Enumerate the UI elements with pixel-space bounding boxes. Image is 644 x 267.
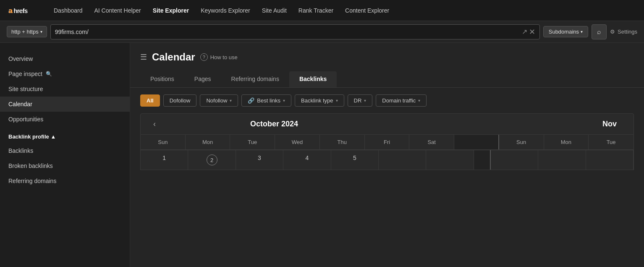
date-cell-nov-3 [586, 150, 634, 170]
tabs-row: Positions Pages Referring domains Backli… [130, 63, 644, 88]
sidebar-item-label: Overview [8, 55, 33, 62]
sidebar-item-label: Page inspect [8, 71, 42, 77]
sidebar-item-referring-domains[interactable]: Referring domains [0, 173, 130, 188]
url-input[interactable] [55, 29, 520, 35]
filter-dofollow-label: Dofollow [170, 97, 191, 104]
date-cell-1[interactable]: 1 [141, 150, 188, 170]
protocol-select[interactable]: http + https ▾ [7, 26, 47, 37]
day-sat-1: Sat [409, 135, 454, 149]
subdomains-chevron-icon: ▾ [581, 29, 583, 34]
next-month-title: Nov [388, 120, 625, 128]
sidebar-item-label: Opportunities [8, 116, 43, 123]
date-cell-2[interactable]: 2 [188, 150, 236, 170]
external-link-icon[interactable]: ↗ [522, 28, 527, 36]
day-mon-2: Mon [544, 135, 589, 149]
filter-domain-traffic-label: Domain traffic [382, 97, 416, 104]
best-links-dropdown-icon: ▾ [283, 98, 285, 103]
date-cell-5[interactable]: 5 [331, 150, 379, 170]
sidebar-item-backlinks[interactable]: Backlinks [0, 143, 130, 158]
day-thu-1: Thu [320, 135, 365, 149]
sidebar-item-calendar[interactable]: Calendar [0, 97, 130, 112]
nofollow-dropdown-icon: ▾ [230, 98, 232, 103]
how-to-use-button[interactable]: ? How to use [200, 53, 238, 61]
filter-best-links-button[interactable]: 🔗 Best links ▾ [241, 94, 291, 107]
date-cell-nov-1 [491, 150, 538, 170]
protocol-label: http + https [11, 29, 39, 35]
settings-label: Settings [618, 29, 637, 35]
filter-all-button[interactable]: All [140, 94, 160, 107]
tab-pages[interactable]: Pages [184, 71, 221, 87]
subdomains-label: Subdomains [549, 29, 579, 35]
filter-nofollow-label: Nofollow [206, 97, 227, 104]
sidebar-item-site-structure[interactable]: Site structure [0, 81, 130, 97]
date-cell-empty-2 [426, 150, 474, 170]
top-nav: a hrefs a hrefs Dashboard AI Content Hel… [0, 0, 644, 21]
date-cell-empty-1 [379, 150, 426, 170]
clear-url-icon[interactable]: ✕ [529, 27, 535, 37]
svg-text:hrefs: hrefs [14, 8, 28, 14]
tab-referring-domains[interactable]: Referring domains [221, 71, 289, 87]
nav-ai-content[interactable]: AI Content Helper [94, 7, 141, 14]
filter-domain-traffic-button[interactable]: Domain traffic ▾ [376, 94, 427, 107]
prev-month-button[interactable]: ‹ [149, 120, 160, 128]
nav-dashboard[interactable]: Dashboard [54, 7, 83, 14]
backlink-type-dropdown-icon: ▾ [336, 98, 338, 103]
subdomains-button[interactable]: Subdomains ▾ [543, 26, 588, 37]
filter-backlink-type-button[interactable]: Backlink type ▾ [295, 94, 344, 107]
sidebar-item-label: Calendar [8, 101, 32, 107]
day-sun-1: Sun [141, 135, 186, 149]
sidebar-item-broken-backlinks[interactable]: Broken backlinks [0, 158, 130, 173]
filter-all-label: All [147, 97, 154, 104]
dates-divider [474, 150, 491, 170]
hamburger-icon[interactable]: ☰ [140, 52, 147, 62]
nav-rank-tracker[interactable]: Rank Tracker [298, 7, 333, 14]
search-button[interactable]: ⌕ [592, 24, 607, 39]
sidebar-item-page-inspect[interactable]: Page inspect 🔍 [0, 66, 130, 81]
tab-positions[interactable]: Positions [140, 71, 184, 87]
url-input-wrap: ↗ ✕ [50, 24, 540, 39]
days-header-row: Sun Mon Tue Wed Thu Fri Sat Sun Mon Tue [140, 135, 634, 150]
filter-nofollow-button[interactable]: Nofollow ▾ [200, 94, 238, 107]
calendar-dates-row: 1 2 3 4 5 [140, 150, 634, 170]
page-header: ☰ Calendar ? How to use [130, 43, 644, 63]
page-title: Calendar [152, 51, 195, 63]
search-bar: http + https ▾ ↗ ✕ Subdomains ▾ ⌕ ⚙ Sett… [0, 21, 644, 43]
main-content: ☰ Calendar ? How to use Positions Pages … [130, 43, 644, 267]
sidebar-item-label: Backlinks [8, 147, 33, 154]
day-wed-1: Wed [275, 135, 320, 149]
day-fri-1: Fri [365, 135, 410, 149]
sidebar-item-overview[interactable]: Overview [0, 51, 130, 66]
dr-dropdown-icon: ▾ [364, 98, 366, 103]
nav-keywords-explorer[interactable]: Keywords Explorer [201, 7, 250, 14]
date-circle-2: 2 [207, 154, 217, 165]
gear-icon: ⚙ [610, 29, 615, 35]
day-mon-1: Mon [186, 135, 230, 149]
filter-best-links-label: Best links [257, 97, 280, 104]
sidebar: Overview Page inspect 🔍 Site structure C… [0, 43, 130, 267]
date-cell-4[interactable]: 4 [283, 150, 331, 170]
nav-site-audit[interactable]: Site Audit [262, 7, 287, 14]
logo[interactable]: a hrefs a hrefs [8, 4, 38, 17]
nav-content-explorer[interactable]: Content Explorer [345, 7, 389, 14]
question-icon: ? [200, 53, 208, 61]
settings-button[interactable]: ⚙ Settings [610, 29, 637, 35]
search-icon: 🔍 [46, 71, 52, 77]
filter-dr-label: DR [354, 97, 362, 104]
month-divider [454, 135, 499, 149]
filter-dr-button[interactable]: DR ▾ [348, 94, 373, 107]
nav-site-explorer[interactable]: Site Explorer [153, 7, 189, 14]
filter-dofollow-button[interactable]: Dofollow [163, 94, 197, 107]
day-tue-2: Tue [589, 135, 634, 149]
link-icon: 🔗 [248, 97, 254, 104]
svg-text:a: a [9, 7, 13, 15]
protocol-chevron-icon: ▾ [40, 29, 42, 34]
sidebar-item-label: Broken backlinks [8, 162, 53, 169]
sidebar-item-label: Site structure [8, 86, 43, 92]
tab-backlinks[interactable]: Backlinks [289, 71, 337, 87]
backlink-profile-section[interactable]: Backlink profile ▲ [0, 127, 130, 143]
main-layout: Overview Page inspect 🔍 Site structure C… [0, 43, 644, 267]
date-cell-3[interactable]: 3 [236, 150, 283, 170]
sidebar-item-opportunities[interactable]: Opportunities [0, 112, 130, 127]
calendar-section: ‹ October 2024 Nov Sun Mon Tue Wed Thu F… [130, 113, 644, 170]
sidebar-item-label: Referring domains [8, 178, 56, 184]
